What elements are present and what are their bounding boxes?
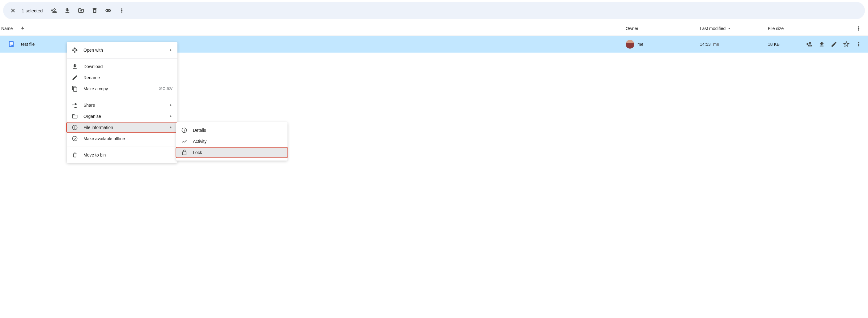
selection-toolbar: 1 selected [3, 2, 865, 19]
row-more-button[interactable] [855, 39, 863, 49]
svg-rect-2 [9, 43, 13, 44]
more-vert-icon [856, 25, 862, 32]
column-size-header[interactable]: File size [768, 26, 784, 31]
link-button[interactable] [102, 4, 114, 17]
column-modified-header[interactable]: Last modified [700, 26, 725, 31]
modified-time: 14:53 [700, 42, 711, 47]
owner-avatar [626, 40, 634, 49]
star-icon [843, 41, 849, 47]
edit-icon [831, 41, 837, 47]
open-with-icon [72, 47, 78, 53]
docs-file-icon [7, 40, 15, 48]
delete-button[interactable] [88, 4, 101, 17]
person-add-icon [806, 41, 812, 47]
menu-open-with[interactable]: Open with [67, 45, 178, 53]
modified-by: me [713, 42, 719, 47]
table-header: Name Owner Last modified File size [0, 21, 868, 36]
person-add-icon [51, 7, 57, 13]
row-star-button[interactable] [842, 39, 851, 49]
selection-count: 1 selected [22, 8, 43, 13]
file-size: 18 KB [768, 42, 780, 47]
chevron-right-icon [169, 49, 173, 52]
svg-rect-1 [9, 42, 13, 43]
link-icon [105, 7, 111, 13]
download-icon [818, 41, 825, 47]
header-more-button[interactable] [854, 24, 864, 33]
row-download-button[interactable] [817, 39, 826, 49]
close-icon [10, 7, 16, 13]
file-name-label: test file [21, 42, 35, 47]
sort-arrow-down-icon[interactable] [20, 26, 25, 31]
move-button[interactable] [75, 4, 87, 17]
download-button[interactable] [61, 4, 73, 17]
svg-rect-4 [9, 45, 11, 46]
file-context-menu: Open with Download Rename Make a copy ⌘C… [67, 42, 178, 53]
more-vert-icon [119, 7, 125, 13]
more-vert-icon [856, 41, 862, 47]
more-options-button[interactable] [116, 4, 128, 17]
row-share-button[interactable] [805, 39, 814, 49]
owner-label: me [638, 42, 643, 47]
trash-icon [92, 7, 98, 13]
row-rename-button[interactable] [830, 39, 838, 49]
close-selection-button[interactable] [7, 4, 19, 17]
svg-rect-3 [9, 44, 13, 45]
dropdown-icon[interactable] [727, 27, 731, 30]
move-folder-icon [78, 7, 84, 13]
menu-label: Open with [84, 48, 169, 53]
share-button[interactable] [48, 4, 60, 17]
column-name-header[interactable]: Name [1, 26, 13, 31]
column-owner-header[interactable]: Owner [626, 26, 638, 31]
download-icon [64, 7, 70, 13]
